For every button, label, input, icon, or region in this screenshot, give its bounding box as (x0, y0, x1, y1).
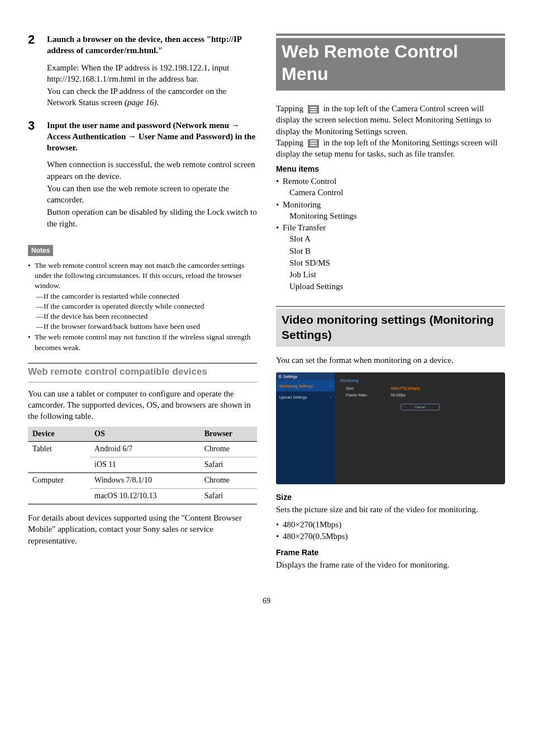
cell-os: Android 6/7 (90, 442, 200, 457)
menu-items-list: Remote Control Camera Control Monitoring… (276, 176, 505, 292)
step2-title: Launch a browser on the device, then acc… (47, 34, 257, 56)
size-heading: Size (276, 492, 505, 503)
step-2: 2 Launch a browser on the device, then a… (28, 34, 257, 110)
step-3: 3 Input the user name and password (Netw… (28, 120, 257, 230)
step-number: 3 (28, 120, 39, 230)
step-number: 2 (28, 34, 39, 110)
cell-os: iOS 11 (90, 457, 200, 473)
table-header-row: Device OS Browser (28, 427, 257, 442)
arrow-icon: → (231, 120, 240, 130)
table-row: Tablet Android 6/7 Chrome (28, 442, 257, 457)
size-option: 480×270(1Mbps) (276, 519, 505, 530)
menu-subitem: Job List (289, 269, 505, 280)
cell-browser: Chrome (200, 442, 257, 457)
ss-side-item-monitoring: Monitoring Settings› (276, 380, 335, 391)
cell-os: Windows 7/8.1/10 (90, 473, 200, 489)
cell-device (28, 489, 90, 504)
settings-screenshot: ☰ Settings Monitoring Settings› Upload S… (276, 372, 505, 484)
hamburger-menu-icon (308, 105, 319, 114)
cell-device: Computer (28, 473, 90, 489)
menu-subitem: Upload Settings (289, 281, 505, 292)
note-item: The web remote control may not function … (28, 332, 257, 352)
page-reference: (page 16) (125, 98, 157, 107)
size-text: Sets the picture size and bit rate of th… (276, 504, 505, 515)
cell-browser: Safari (200, 457, 257, 473)
frame-rate-heading: Frame Rate (276, 547, 505, 558)
frame-rate-text: Displays the frame rate of the video for… (276, 559, 505, 570)
ss-row-framerate: Frame Rate: 59.94fps (340, 393, 499, 398)
step3-title: Input the user name and password (Networ… (47, 120, 257, 154)
note-subitem: If the browser forward/back buttons have… (36, 322, 257, 332)
chevron-right-icon: › (330, 384, 331, 389)
step3-line2: You can then use the web remote screen t… (47, 183, 257, 206)
section-heading: Video monitoring settings (Monitoring Se… (276, 309, 505, 347)
chevron-right-icon: › (330, 395, 331, 400)
cell-device: Tablet (28, 442, 90, 457)
menu-subitem: Slot SD/MS (289, 257, 505, 268)
ss-cancel-button: Cancel (401, 404, 440, 410)
table-row: macOS 10.12/10.13 Safari (28, 489, 257, 504)
ss-main: Monitoring Size: 480x270(1Mbps) Frame Ra… (335, 372, 505, 484)
cell-os: macOS 10.12/10.13 (90, 489, 200, 504)
note-subitem: If the camcorder is restarted while conn… (36, 291, 257, 301)
menu-group: File Transfer Slot A Slot B Slot SD/MS J… (276, 222, 505, 292)
ss-section-label: Monitoring (340, 378, 499, 383)
ss-side-item-upload: Upload Settings› (276, 391, 335, 403)
step3-line3: Button operation can be disabled by slid… (47, 206, 257, 229)
cell-browser: Safari (200, 489, 257, 504)
ss-sidebar: Monitoring Settings› Upload Settings› (276, 372, 335, 484)
menu-subitem: Slot B (289, 245, 505, 257)
page-number: 69 (28, 596, 505, 607)
th-browser: Browser (200, 427, 257, 442)
menu-subitem: Slot A (289, 233, 505, 244)
big-heading-block: Web Remote Control Menu (276, 34, 505, 91)
step2-example: Example: When the IP address is 192.198.… (47, 62, 257, 85)
compat-heading: Web remote control compatible devices (28, 366, 257, 379)
menu-items-heading: Menu items (276, 164, 505, 174)
hamburger-menu-icon (308, 139, 319, 148)
page-title: Web Remote Control Menu (276, 38, 505, 91)
menu-subitem: Monitoring Settings (289, 210, 505, 221)
step3-line1: When connection is successful, the web r… (47, 159, 257, 182)
th-device: Device (28, 427, 90, 442)
size-option: 480×270(0.5Mbps) (276, 531, 505, 542)
compat-intro: You can use a tablet or computer to conf… (28, 388, 257, 422)
th-os: OS (90, 427, 200, 442)
cell-device (28, 457, 90, 473)
ss-row-size: Size: 480x270(1Mbps) (340, 386, 499, 391)
notes-label: Notes (28, 245, 53, 256)
size-options: 480×270(1Mbps) 480×270(0.5Mbps) (276, 519, 505, 542)
intro-paragraph: Tapping in the top left of the Camera Co… (276, 103, 505, 159)
right-column: Web Remote Control Menu Tapping in the t… (276, 34, 505, 574)
table-row: Computer Windows 7/8.1/10 Chrome (28, 473, 257, 489)
section-intro: You can set the format when monitoring o… (276, 355, 505, 366)
notes-list: The web remote control screen may not ma… (28, 261, 257, 353)
compat-table: Device OS Browser Tablet Android 6/7 Chr… (28, 427, 257, 504)
compat-outro: For details about devices supported usin… (28, 512, 257, 546)
step2-note: You can check the IP address of the camc… (47, 86, 257, 108)
arrow-icon: → (128, 131, 136, 141)
cell-browser: Chrome (200, 473, 257, 489)
note-subitem: If the device has been reconnected (36, 311, 257, 322)
compat-heading-block: Web remote control compatible devices (28, 363, 257, 382)
table-row: iOS 11 Safari (28, 457, 257, 473)
menu-group: Monitoring Monitoring Settings (276, 199, 505, 222)
note-subitem: If the camcorder is operated directly wh… (36, 301, 257, 311)
section-heading-block: Video monitoring settings (Monitoring Se… (276, 306, 505, 347)
menu-subitem: Camera Control (289, 187, 505, 198)
left-column: 2 Launch a browser on the device, then a… (28, 34, 257, 574)
ss-header: ☰ Settings (276, 372, 335, 380)
menu-group: Remote Control Camera Control (276, 176, 505, 199)
note-item: The web remote control screen may not ma… (28, 261, 257, 332)
hamburger-menu-icon: ☰ (278, 374, 282, 379)
